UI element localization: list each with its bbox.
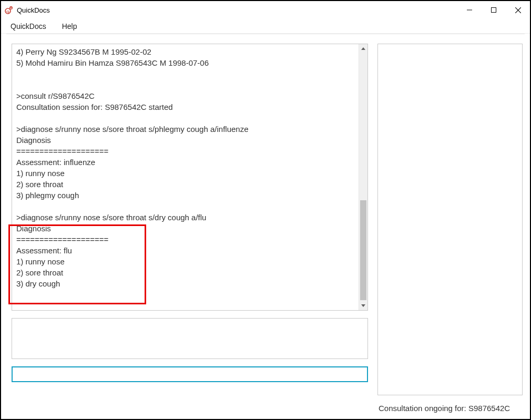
right-column: Consultation ongoing for: S9876542C [377,44,523,413]
app-icon: Q D [4,5,14,15]
side-panel [377,44,523,395]
status-text: Consultation ongoing for: S9876542C [377,403,523,413]
result-panel [12,318,368,359]
window-controls [457,1,530,19]
scroll-up-icon[interactable] [359,44,368,53]
svg-rect-5 [492,8,496,13]
command-input[interactable] [12,366,368,382]
svg-text:D: D [10,7,12,9]
menubar: QuickDocs Help [1,19,530,34]
scroll-thumb[interactable] [360,200,366,300]
minimize-button[interactable] [457,1,482,19]
svg-text:Q: Q [6,9,9,14]
scroll-track[interactable] [359,53,367,301]
menu-help[interactable]: Help [60,21,79,32]
maximize-button[interactable] [482,1,506,19]
output-panel: 4) Perry Ng S9234567B M 1995-02-02 5) Mo… [12,44,368,311]
command-row [12,366,368,382]
menu-quickdocs[interactable]: QuickDocs [8,21,48,32]
window-title: QuickDocs [17,6,50,14]
output-text: 4) Perry Ng S9234567B M 1995-02-02 5) Mo… [12,44,359,310]
scrollbar[interactable] [359,44,367,310]
left-column: 4) Perry Ng S9234567B M 1995-02-02 5) Mo… [12,44,368,413]
titlebar: Q D QuickDocs [1,1,530,19]
close-button[interactable] [506,1,530,19]
scroll-down-icon[interactable] [359,301,368,310]
content-area: 4) Perry Ng S9234567B M 1995-02-02 5) Mo… [1,34,530,419]
